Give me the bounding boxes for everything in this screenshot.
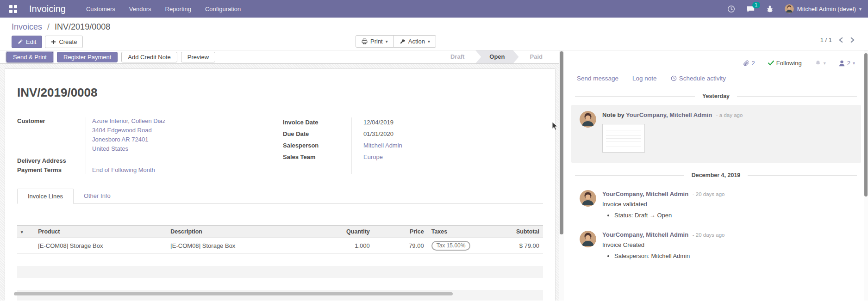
- messages-icon[interactable]: 1: [746, 5, 755, 13]
- empty-row: [17, 266, 543, 278]
- apps-menu-icon[interactable]: [9, 5, 17, 13]
- user-menu[interactable]: Mitchell Admin (devel) ▾: [785, 4, 862, 13]
- log-note-button[interactable]: Log note: [632, 75, 657, 82]
- nav-menu-reporting[interactable]: Reporting: [165, 6, 191, 12]
- check-icon: [768, 61, 774, 66]
- statusbar: Send & Print Register Payment Add Credit…: [0, 50, 564, 64]
- stage-open[interactable]: Open: [475, 50, 518, 63]
- nav-menu-customers[interactable]: Customers: [86, 6, 115, 12]
- customer-label: Customer: [17, 117, 86, 154]
- pager-previous-icon[interactable]: [838, 37, 843, 43]
- sales-team-label: Sales Team: [283, 151, 357, 163]
- app-name[interactable]: Invoicing: [29, 4, 66, 14]
- column-header-subtotal[interactable]: Subtotal: [512, 226, 543, 238]
- delivery-address-value: [86, 156, 277, 166]
- invoice-date-value: 12/04/2019: [357, 117, 543, 128]
- attachments-button[interactable]: 2: [743, 60, 755, 67]
- column-header-product[interactable]: Product: [34, 226, 167, 238]
- sort-caret-icon: ▾: [21, 230, 23, 234]
- action-dropdown-button[interactable]: Action ▾: [393, 35, 436, 48]
- customer-street[interactable]: 3404 Edgewood Road: [92, 126, 277, 135]
- column-header-price[interactable]: Price: [374, 226, 428, 238]
- message-author[interactable]: YourCompany, Mitchell Admin: [626, 111, 712, 118]
- add-credit-note-button[interactable]: Add Credit Note: [121, 52, 177, 62]
- printer-icon: [362, 38, 368, 44]
- column-header-description[interactable]: Description: [167, 226, 303, 238]
- following-button[interactable]: Following: [768, 60, 802, 67]
- followers-button[interactable]: 2 ▾: [839, 60, 855, 67]
- invoice-form-panel: Send & Print Register Payment Add Credit…: [0, 50, 564, 301]
- customer-city[interactable]: Jonesboro AR 72401: [92, 135, 277, 144]
- message-author[interactable]: YourCompany, Mitchell Admin: [602, 231, 688, 238]
- tracking-value: Status: Draft → Open: [614, 211, 853, 220]
- tab-invoice-lines[interactable]: Invoice Lines: [17, 189, 74, 204]
- separator-label: December 4, 2019: [692, 172, 741, 178]
- cell-price[interactable]: 79.00: [374, 238, 428, 254]
- notebook-tabs: Invoice Lines Other Info: [17, 189, 543, 204]
- activities-clock-icon[interactable]: [727, 5, 735, 13]
- tracking-value: Salesperson: Mitchell Admin: [614, 252, 853, 260]
- send-print-button[interactable]: Send & Print: [6, 52, 53, 62]
- following-label: Following: [776, 60, 802, 67]
- chatter-panel: 2 Following ▾ 2 ▾ Send message Lo: [564, 50, 868, 301]
- cell-taxes[interactable]: Tax 15.00%: [428, 238, 512, 254]
- print-button-label: Print: [370, 37, 383, 45]
- separator-label: Yesterday: [702, 93, 730, 99]
- tab-other-info[interactable]: Other Info: [74, 189, 121, 203]
- cell-product[interactable]: [E-COM08] Storage Box: [34, 238, 167, 254]
- invoice-number-title: INV/2019/0008: [17, 86, 543, 100]
- salesperson-label: Salesperson: [283, 140, 357, 151]
- debug-bug-icon[interactable]: [766, 5, 774, 13]
- message-author[interactable]: YourCompany, Mitchell Admin: [602, 190, 688, 197]
- invoice-lines-table: ▾ Product Description Quantity Price Tax…: [17, 225, 543, 301]
- control-panel: Invoices / INV/2019/0008 Edit Create Pri…: [0, 18, 868, 50]
- chatter-actions: Send message Log note Schedule activity: [564, 69, 868, 84]
- stage-draft[interactable]: Draft: [439, 50, 475, 63]
- register-payment-button[interactable]: Register Payment: [57, 52, 118, 62]
- date-separator-yesterday: Yesterday: [575, 93, 857, 99]
- horizontal-scrollbar-thumb[interactable]: [14, 292, 453, 295]
- sales-team-value[interactable]: Europe: [363, 154, 383, 160]
- customer-link[interactable]: Azure Interior, Colleen Diaz: [92, 117, 277, 126]
- cell-quantity[interactable]: 1.000: [303, 238, 374, 254]
- print-dropdown-button[interactable]: Print ▾: [356, 35, 394, 48]
- stage-paid[interactable]: Paid: [519, 50, 554, 63]
- scrollbar-thumb[interactable]: [864, 53, 868, 197]
- attachment-count: 2: [752, 60, 755, 67]
- note-prefix: Note by: [602, 111, 626, 118]
- form-vertical-scrollbar[interactable]: [559, 50, 564, 301]
- edit-button[interactable]: Edit: [12, 36, 42, 48]
- schedule-activity-label: Schedule activity: [679, 75, 726, 82]
- chatter-message-note: Note by YourCompany, Mitchell Admin - a …: [571, 105, 861, 163]
- message-avatar: [580, 111, 596, 128]
- send-message-button[interactable]: Send message: [577, 75, 618, 82]
- chatter-vertical-scrollbar[interactable]: [864, 50, 868, 301]
- nav-menu-vendors[interactable]: Vendors: [129, 6, 151, 12]
- subscription-bell-button[interactable]: ▾: [815, 60, 826, 67]
- create-button-label: Create: [59, 38, 77, 46]
- nav-menu-configuration[interactable]: Configuration: [205, 6, 241, 12]
- schedule-activity-button[interactable]: Schedule activity: [671, 75, 726, 82]
- empty-row: [17, 278, 543, 290]
- cell-subtotal: $ 79.00: [512, 238, 543, 254]
- wrench-icon: [400, 38, 406, 44]
- cell-description[interactable]: [E-COM08] Storage Box: [167, 238, 303, 254]
- chevron-down-icon: ▾: [859, 6, 862, 12]
- column-header-quantity[interactable]: Quantity: [303, 226, 374, 238]
- invoicing-app: Invoicing Customers Vendors Reporting Co…: [0, 0, 868, 301]
- sort-toggle[interactable]: ▾: [17, 226, 34, 238]
- create-button[interactable]: Create: [45, 36, 83, 48]
- invoice-line-row[interactable]: [E-COM08] Storage Box [E-COM08] Storage …: [17, 238, 543, 254]
- preview-button[interactable]: Preview: [181, 52, 215, 62]
- pager-next-icon[interactable]: [850, 37, 855, 43]
- breadcrumb-invoices-link[interactable]: Invoices: [12, 22, 42, 31]
- salesperson-value[interactable]: Mitchell Admin: [363, 142, 402, 149]
- attachment-thumbnail[interactable]: [602, 124, 645, 153]
- payment-terms-value[interactable]: End of Following Month: [92, 166, 155, 173]
- customer-country[interactable]: United States: [92, 144, 277, 154]
- scrollbar-thumb[interactable]: [560, 51, 563, 234]
- column-header-taxes[interactable]: Taxes: [428, 226, 512, 238]
- breadcrumb-separator: /: [47, 22, 50, 31]
- invoice-sheet: INV/2019/0008 Customer Azure Interior, C…: [5, 68, 556, 301]
- message-timestamp: - a day ago: [716, 112, 743, 118]
